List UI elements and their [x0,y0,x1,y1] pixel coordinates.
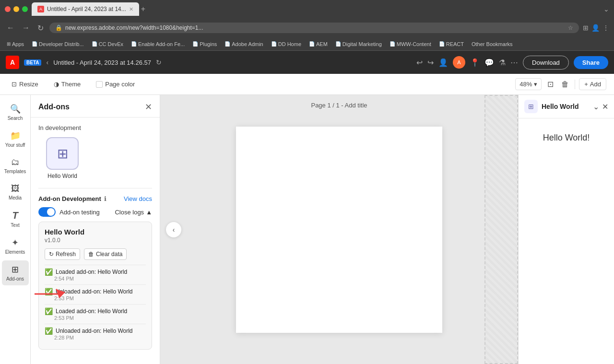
resize-btn[interactable]: ⊡ Resize [8,79,42,90]
hw-panel-content: Hello World! [519,118,614,364]
view-docs-link[interactable]: View docs [124,195,152,202]
window-controls[interactable]: ⌄ [603,5,609,13]
theme-btn[interactable]: ◑ Theme [50,79,84,90]
download-btn[interactable]: Download [523,56,569,70]
bookmark-dev-distrib[interactable]: 📄 Developer Distrib... [29,40,87,48]
bookmark-mww[interactable]: 📄 MWW-Content [387,40,434,48]
clear-data-btn[interactable]: 🗑 Clear data [84,248,127,260]
back-btn[interactable]: ← [5,23,16,33]
sidebar-item-elements[interactable]: ✦ Elements [2,234,29,258]
text-icon: T [12,210,18,221]
bookmark-react[interactable]: 📄 REACT [436,40,467,48]
addon-dev-header: Add-on Development ℹ View docs [38,195,152,202]
share-btn[interactable]: Share [574,56,608,69]
toolbar-right: 48% ▾ ⊡ 🗑 + Add [515,78,606,91]
info-icon[interactable]: ℹ [104,195,106,202]
addon-testing-toggle[interactable] [38,207,56,217]
page-color-btn[interactable]: Page color [92,79,139,90]
page-nav-icon[interactable]: ⊡ [545,78,555,91]
experiment-btn[interactable]: ⚗ [499,58,506,67]
bookmark-other[interactable]: Other Bookmarks [469,40,516,48]
sidebar-item-text[interactable]: T Text [2,206,29,232]
your-stuff-icon: 📁 [10,130,21,141]
bookmark-cc-devex[interactable]: 📄 CC DevEx [89,40,126,48]
sidebar-item-search[interactable]: 🔍 Search [2,100,29,125]
url-bar[interactable]: 🔒 new.express.adobe.com/new?width=1080&h… [49,23,579,33]
refresh-btn[interactable]: ↻ Refresh [45,248,80,260]
bookmark-digital-marketing-label: Digital Marketing [342,41,382,47]
canvas-area[interactable]: Page 1 / 1 - Add title ‹ [160,95,518,364]
hw-panel-close-btn[interactable]: ✕ [602,102,608,111]
toggle-knob [47,208,55,216]
traffic-lights [5,6,28,12]
traffic-light-red[interactable] [5,6,11,12]
reload-btn[interactable]: ↻ [35,23,46,34]
addon-card-hello-world[interactable]: ⊞ Hello World [38,137,86,179]
sync-icon[interactable]: ↻ [156,59,162,66]
addons-close-btn[interactable]: ✕ [145,102,152,112]
bookmark-apps[interactable]: ⊞ Apps [4,40,27,48]
new-tab-btn[interactable]: + [141,5,145,13]
canvas-nav-left[interactable]: ‹ [166,222,181,237]
theme-label: Theme [61,81,81,88]
adobe-admin-icon: 📄 [224,41,230,47]
bookmark-dd-home[interactable]: 📄 DD Home [268,40,304,48]
redo-btn[interactable]: ↪ [427,58,434,67]
theme-icon: ◑ [54,81,59,88]
zoom-control[interactable]: 48% ▾ [515,78,542,90]
addon-dev-title: Add-on Development [38,195,101,202]
page-color-label: Page color [105,81,135,88]
hw-box-version: v1.0.0 [45,237,146,244]
comment-btn[interactable]: 💬 [484,58,494,67]
page-label: Page 1 / 1 - Add title [311,102,367,109]
log-success-icon-2: ✅ [45,307,53,315]
sidebar-item-media[interactable]: 🖼 Media [2,180,29,204]
canvas-page[interactable] [236,127,442,333]
profile-btn[interactable]: 👤 [438,58,448,67]
profile-icon[interactable]: 👤 [591,24,600,32]
add-btn[interactable]: + Add [579,78,606,90]
traffic-light-yellow[interactable] [13,6,19,12]
user-avatar: A [453,56,465,69]
tab-close-btn[interactable]: ✕ [129,6,133,12]
extensions-icon[interactable]: ⊞ [583,24,589,32]
close-logs-btn[interactable]: Close logs ▲ [115,209,152,216]
refresh-icon: ↻ [49,251,54,258]
sidebar-item-templates[interactable]: 🗂 Templates [2,153,29,178]
bookmark-adobe-admin[interactable]: 📄 Adobe Admin [222,40,266,48]
hw-box-title: Hello World [45,228,146,236]
hello-world-dev-box: Hello World v1.0.0 ↻ Refresh 🗑 Clear dat… [38,222,152,350]
undo-btn[interactable]: ↩ [416,58,423,67]
nav-bar: ← → ↻ 🔒 new.express.adobe.com/new?width=… [0,18,614,37]
avatar-btn[interactable]: A [453,56,465,69]
back-nav-arrow[interactable]: ‹ [46,59,48,66]
active-tab[interactable]: A Untitled - April 24, 2023 at 14... ✕ [32,2,139,16]
forward-btn[interactable]: → [20,23,32,33]
delete-btn[interactable]: 🗑 [559,78,571,91]
header-actions: ↩ ↪ 👤 A 📍 💬 ⚗ ⋯ Download Share [416,56,608,70]
bookmark-aem[interactable]: 📄 AEM [306,40,331,48]
sidebar-your-stuff-label: Your stuff [5,142,25,148]
sidebar-item-your-stuff[interactable]: 📁 Your stuff [2,127,29,152]
beta-badge: BETA [24,59,41,66]
bookmark-enable-addon[interactable]: 📄 Enable Add-on Fe... [128,40,188,48]
more-options-btn[interactable]: ⋯ [510,58,518,67]
star-icon[interactable]: ☆ [568,24,573,31]
log-success-icon-0: ✅ [45,268,53,276]
bookmark-mww-label: MWW-Content [397,41,431,47]
bookmark-digital-marketing[interactable]: 📄 Digital Marketing [332,40,385,48]
bookmark-plugins-label: Plugins [200,41,217,47]
close-logs-label: Close logs [115,209,144,216]
bookmark-cc-devex-label: CC DevEx [99,41,123,47]
addons-panel-title: Add-ons [38,103,70,111]
sidebar-item-addons[interactable]: ⊞ Add-ons [2,260,29,285]
traffic-light-green[interactable] [22,6,28,12]
bookmark-plugins[interactable]: 📄 Plugins [189,40,220,48]
refresh-label: Refresh [56,251,76,258]
hw-panel-chevron-down[interactable]: ⌄ [593,102,599,111]
more-icon[interactable]: ⋮ [602,24,609,32]
hello-world-panel: ⊞ Hello World ⌄ ✕ Hello World! [518,95,614,364]
log-time-2: 2:53 PM [54,315,146,321]
overflow-canvas [484,95,518,364]
location-btn[interactable]: 📍 [470,58,480,67]
